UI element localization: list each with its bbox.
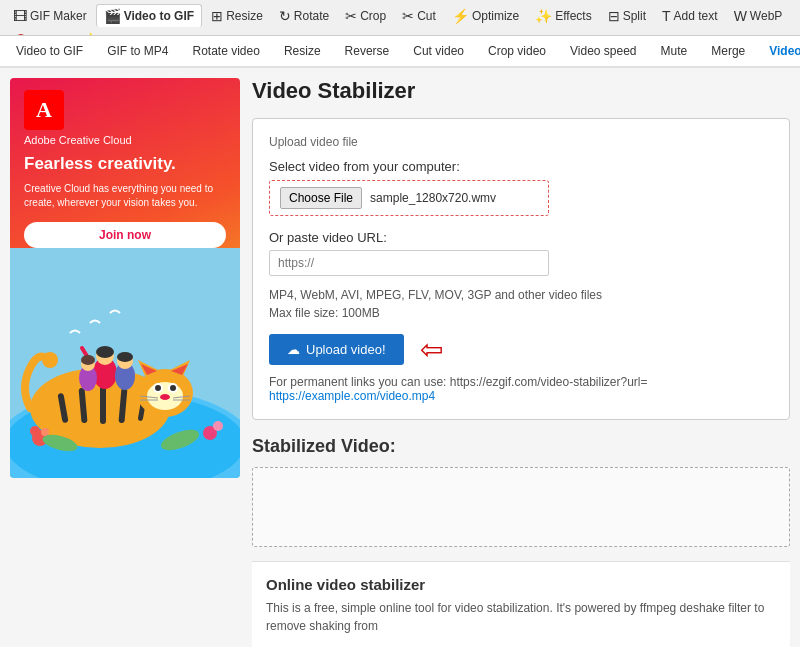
ad-content: A Adobe Creative Cloud Fearless creativi…	[10, 78, 240, 252]
svg-point-24	[42, 352, 58, 368]
split-icon: ⊟	[608, 8, 620, 24]
adobe-logo-box: A	[24, 90, 64, 130]
toolbar-rotate[interactable]: ↻ Rotate	[272, 5, 336, 27]
ad-tagline: Fearless creativity.	[24, 154, 226, 174]
svg-point-31	[117, 352, 133, 362]
upload-box: Upload video file Select video from your…	[252, 118, 790, 420]
toolbar-cut-label: Cut	[417, 9, 436, 23]
video-to-gif-icon: 🎬	[104, 8, 121, 24]
rotate-icon: ↻	[279, 8, 291, 24]
permanent-link-text: For permanent links you can use: https:/…	[269, 375, 773, 403]
secondary-nav: Video to GIF GIF to MP4 Rotate video Res…	[0, 36, 800, 68]
svg-point-34	[81, 355, 95, 365]
svg-point-18	[170, 385, 176, 391]
format-info: MP4, WebM, AVI, MPEG, FLV, MOV, 3GP and …	[269, 288, 773, 302]
toolbar-effects-label: Effects	[555, 9, 591, 23]
nav-resize[interactable]: Resize	[272, 36, 333, 68]
svg-rect-6	[100, 386, 106, 424]
cut-icon: ✂	[402, 8, 414, 24]
info-section: Online video stabilizer This is a free, …	[252, 561, 790, 647]
nav-video-to-gif[interactable]: Video to GIF	[4, 36, 95, 68]
toolbar-crop[interactable]: ✂ Crop	[338, 5, 393, 27]
nav-crop-video[interactable]: Crop video	[476, 36, 558, 68]
toolbar-split[interactable]: ⊟ Split	[601, 5, 653, 27]
toolbar-apng[interactable]: ⬤ APNG	[6, 29, 73, 36]
page-title: Video Stabilizer	[252, 78, 790, 104]
choose-file-button[interactable]: Choose File	[280, 187, 362, 209]
stabilized-title: Stabilized Video:	[252, 436, 790, 457]
url-label: Or paste video URL:	[269, 230, 773, 245]
toolbar-video-to-gif-label: Video to GIF	[124, 9, 194, 23]
arrow-indicator: ⇦	[420, 336, 443, 364]
toolbar-resize[interactable]: ⊞ Resize	[204, 5, 270, 27]
file-input-row: Choose File sample_1280x720.wmv	[269, 180, 549, 216]
nav-cut-video[interactable]: Cut video	[401, 36, 476, 68]
url-input[interactable]	[269, 250, 549, 276]
ad-illustration	[10, 248, 240, 478]
stabilized-section: Stabilized Video:	[252, 436, 790, 547]
gif-maker-icon: 🎞	[13, 8, 27, 24]
toolbar-add-text[interactable]: T Add text	[655, 5, 725, 27]
file-name-display: sample_1280x720.wmv	[370, 191, 496, 205]
svg-point-36	[30, 426, 40, 436]
crop-icon: ✂	[345, 8, 357, 24]
webp-icon: W	[734, 8, 747, 24]
nav-video-speed[interactable]: Video speed	[558, 36, 649, 68]
nav-merge[interactable]: Merge	[699, 36, 757, 68]
upload-section-label: Upload video file	[269, 135, 773, 149]
info-title: Online video stabilizer	[266, 576, 776, 593]
toolbar-cut[interactable]: ✂ Cut	[395, 5, 443, 27]
upload-btn-row: ☁ Upload video! ⇦	[269, 334, 773, 365]
svg-point-17	[155, 385, 161, 391]
svg-point-39	[213, 421, 223, 431]
resize-icon: ⊞	[211, 8, 223, 24]
toolbar-webp-label: WebP	[750, 9, 782, 23]
svg-point-27	[96, 346, 114, 358]
select-video-label: Select video from your computer:	[269, 159, 773, 174]
ad-description: Creative Cloud has everything you need t…	[24, 182, 226, 210]
toolbar-resize-label: Resize	[226, 9, 263, 23]
upload-button-label: Upload video!	[306, 342, 386, 357]
svg-point-19	[160, 394, 170, 400]
nav-video-to-jpg[interactable]: Video to JPG	[757, 36, 800, 68]
toolbar-avif[interactable]: ⭐ AVIF	[75, 29, 135, 36]
toolbar-effects[interactable]: ✨ Effects	[528, 5, 598, 27]
nav-reverse[interactable]: Reverse	[333, 36, 402, 68]
toolbar-add-text-label: Add text	[674, 9, 718, 23]
toolbar-webp[interactable]: W WebP	[727, 5, 790, 27]
toolbar-gif-maker-label: GIF Maker	[30, 9, 87, 23]
upload-cloud-icon: ☁	[287, 342, 300, 357]
nav-rotate-video[interactable]: Rotate video	[181, 36, 272, 68]
adobe-logo-letter: A	[36, 97, 52, 123]
top-toolbar: 🎞 GIF Maker 🎬 Video to GIF ⊞ Resize ↻ Ro…	[0, 0, 800, 36]
size-info: Max file size: 100MB	[269, 306, 773, 320]
ad-join-btn[interactable]: Join now	[24, 222, 226, 248]
stabilized-video-box	[252, 467, 790, 547]
ad-brand: Adobe Creative Cloud	[24, 134, 226, 146]
add-text-icon: T	[662, 8, 671, 24]
nav-gif-to-mp4[interactable]: GIF to MP4	[95, 36, 180, 68]
upload-button[interactable]: ☁ Upload video!	[269, 334, 404, 365]
toolbar-crop-label: Crop	[360, 9, 386, 23]
optimize-icon: ⚡	[452, 8, 469, 24]
info-text: This is a free, simple online tool for v…	[266, 599, 776, 635]
nav-mute[interactable]: Mute	[649, 36, 700, 68]
ad-sidebar: A Adobe Creative Cloud Fearless creativi…	[10, 78, 240, 478]
toolbar-split-label: Split	[623, 9, 646, 23]
toolbar-optimize[interactable]: ⚡ Optimize	[445, 5, 526, 27]
toolbar-video-to-gif[interactable]: 🎬 Video to GIF	[96, 4, 202, 27]
toolbar-gif-maker[interactable]: 🎞 GIF Maker	[6, 5, 94, 27]
main-content: Video Stabilizer Upload video file Selec…	[252, 78, 790, 647]
svg-point-37	[41, 428, 49, 436]
toolbar-rotate-label: Rotate	[294, 9, 329, 23]
permanent-link-url[interactable]: https://example.com/video.mp4	[269, 389, 435, 403]
main-layout: A Adobe Creative Cloud Fearless creativi…	[0, 68, 800, 647]
toolbar-optimize-label: Optimize	[472, 9, 519, 23]
effects-icon: ✨	[535, 8, 552, 24]
